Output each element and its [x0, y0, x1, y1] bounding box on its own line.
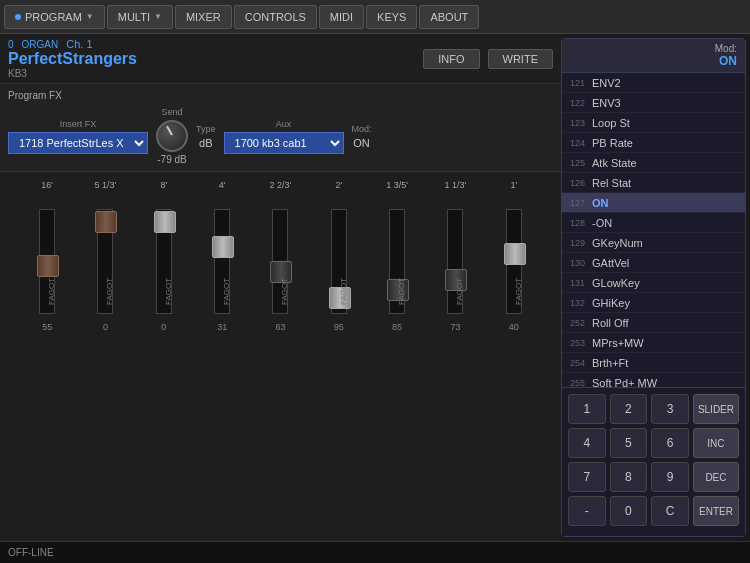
db-value: -79 dB [157, 154, 186, 165]
state-name-14: Brth+Ft [592, 357, 628, 369]
drawbar-side-label-7: FAGOT [455, 215, 464, 305]
fx-insert-col: Insert FX 1718 PerfectStrLes X [8, 119, 148, 154]
state-name-6: ON [592, 197, 609, 209]
fx-title: Program FX [8, 90, 553, 101]
fx-type-col: Type dB [196, 124, 216, 149]
state-name-1: ENV3 [592, 97, 621, 109]
info-button[interactable]: INFO [423, 49, 479, 69]
program-channel: Ch. 1 [66, 38, 92, 50]
drawbar-num-3: 31 [206, 322, 238, 332]
drawbar-num-0: 55 [31, 322, 63, 332]
numpad-btn--[interactable]: - [568, 496, 606, 526]
numpad-btn-inc[interactable]: INC [693, 428, 739, 458]
drawbar-track-7[interactable]: FAGOT [447, 209, 463, 314]
write-button[interactable]: WRITE [488, 49, 553, 69]
state-item-14[interactable]: 254Brth+Ft [562, 353, 745, 373]
nav-mixer[interactable]: MIXER [175, 5, 232, 29]
state-name-11: GHiKey [592, 297, 630, 309]
fx-row: Insert FX 1718 PerfectStrLes X Send -79 … [8, 107, 553, 165]
state-item-7[interactable]: 128-ON [562, 213, 745, 233]
state-item-8[interactable]: 129GKeyNum [562, 233, 745, 253]
fx-insert-select[interactable]: 1718 PerfectStrLes X [8, 132, 148, 154]
state-mod-label: Mod: [715, 43, 737, 54]
numpad-btn-1[interactable]: 1 [568, 394, 606, 424]
numpad-btn-8[interactable]: 8 [610, 462, 648, 492]
state-list[interactable]: 121ENV2122ENV3123Loop St124PB Rate125Atk… [562, 73, 745, 387]
state-name-5: Rel Stat [592, 177, 631, 189]
state-item-1[interactable]: 122ENV3 [562, 93, 745, 113]
state-item-15[interactable]: 255Soft Pd+ MW [562, 373, 745, 387]
state-item-5[interactable]: 126Rel Stat [562, 173, 745, 193]
drawbar-side-label-1: FAGOT [105, 215, 114, 305]
drawbar-side-label-6: FAGOT [397, 215, 406, 305]
drawbar-label-6: 1 3/5' [382, 180, 412, 190]
drawbar-track-5[interactable]: FAGOT [331, 209, 347, 314]
nav-keys[interactable]: KEYS [366, 5, 417, 29]
program-bar: 0 ORGAN Ch. 1 PerfectStrangers KB3 INFO … [0, 34, 561, 84]
drawbar-label-2: 8' [149, 180, 179, 190]
nav-program[interactable]: PROGRAM ▼ [4, 5, 105, 29]
state-num-5: 126 [570, 178, 592, 188]
top-nav: PROGRAM ▼ MULTI ▼ MIXER CONTROLS MIDI KE… [0, 0, 750, 34]
nav-midi[interactable]: MIDI [319, 5, 364, 29]
drawbar-track-0[interactable]: FAGOT [39, 209, 55, 314]
nav-keys-label: KEYS [377, 11, 406, 23]
numpad-btn-7[interactable]: 7 [568, 462, 606, 492]
state-item-12[interactable]: 252Roll Off [562, 313, 745, 333]
state-num-9: 130 [570, 258, 592, 268]
drawbar-track-3[interactable]: FAGOT [214, 209, 230, 314]
nav-about[interactable]: ABOUT [419, 5, 479, 29]
program-info: 0 ORGAN Ch. 1 PerfectStrangers KB3 [8, 38, 137, 79]
drawbar-track-6[interactable]: FAGOT [389, 209, 405, 314]
numpad-btn-0[interactable]: 0 [610, 496, 648, 526]
nav-mixer-label: MIXER [186, 11, 221, 23]
numpad-section: 123SLIDER456INC789DEC-0CENTER [562, 387, 745, 536]
multi-arrow: ▼ [154, 12, 162, 21]
state-item-0[interactable]: 121ENV2 [562, 73, 745, 93]
drawbar-side-label-2: FAGOT [164, 215, 173, 305]
fx-mod-col: Mod: ON [352, 124, 372, 149]
state-item-2[interactable]: 123Loop St [562, 113, 745, 133]
drawbar-side-label-8: FAGOT [514, 215, 523, 305]
numpad-btn-4[interactable]: 4 [568, 428, 606, 458]
nav-multi[interactable]: MULTI ▼ [107, 5, 173, 29]
state-num-13: 253 [570, 338, 592, 348]
drawbar-track-4[interactable]: FAGOT [272, 209, 288, 314]
drawbar-slot-5: FAGOT [323, 209, 355, 314]
numpad-grid: 123SLIDER456INC789DEC-0CENTER [568, 394, 739, 526]
state-item-13[interactable]: 253MPrs+MW [562, 333, 745, 353]
state-item-9[interactable]: 130GAttVel [562, 253, 745, 273]
knob-container: -79 dB [156, 120, 188, 165]
numpad-btn-c[interactable]: C [651, 496, 689, 526]
drawbar-track-1[interactable]: FAGOT [97, 209, 113, 314]
state-num-14: 254 [570, 358, 592, 368]
numpad-btn-3[interactable]: 3 [651, 394, 689, 424]
nav-controls[interactable]: CONTROLS [234, 5, 317, 29]
state-item-3[interactable]: 124PB Rate [562, 133, 745, 153]
state-item-10[interactable]: 131GLowKey [562, 273, 745, 293]
send-knob[interactable] [156, 120, 188, 152]
drawbar-track-8[interactable]: FAGOT [506, 209, 522, 314]
state-name-2: Loop St [592, 117, 630, 129]
state-item-11[interactable]: 132GHiKey [562, 293, 745, 313]
fx-type-value: dB [196, 137, 216, 149]
numpad-btn-5[interactable]: 5 [610, 428, 648, 458]
state-num-12: 252 [570, 318, 592, 328]
drawbar-track-2[interactable]: FAGOT [156, 209, 172, 314]
numpad-btn-9[interactable]: 9 [651, 462, 689, 492]
drawbar-slot-1: FAGOT [89, 209, 121, 314]
numpad-btn-6[interactable]: 6 [651, 428, 689, 458]
state-item-4[interactable]: 125Atk State [562, 153, 745, 173]
right-panel: Mod: ON 121ENV2122ENV3123Loop St124PB Ra… [561, 38, 746, 537]
drawbar-num-7: 73 [439, 322, 471, 332]
numpad-btn-dec[interactable]: DEC [693, 462, 739, 492]
numpad-btn-enter[interactable]: ENTER [693, 496, 739, 526]
state-num-1: 122 [570, 98, 592, 108]
fx-aux-select[interactable]: 1700 kb3 cab1 [224, 132, 344, 154]
status-bar: OFF-LINE [0, 541, 750, 563]
numpad-btn-slider[interactable]: SLIDER [693, 394, 739, 424]
state-item-6[interactable]: 127ON [562, 193, 745, 213]
nav-program-label: PROGRAM [25, 11, 82, 23]
numpad-btn-2[interactable]: 2 [610, 394, 648, 424]
state-name-9: GAttVel [592, 257, 629, 269]
